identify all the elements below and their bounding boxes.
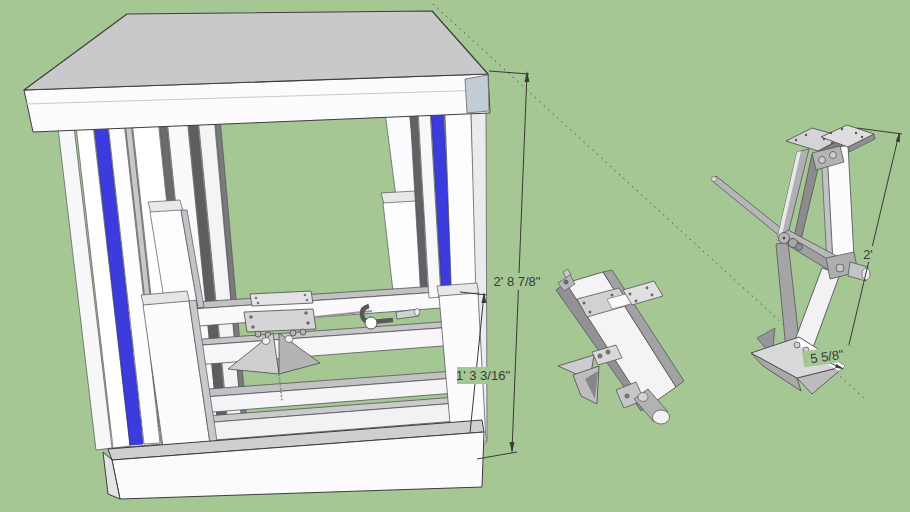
- dimension-label-base-height: 1' 3 3/16": [456, 368, 510, 383]
- model-viewport[interactable]: 2' 8 7/8" 1' 3 3/16" 2' 5 5/8": [0, 0, 910, 512]
- dimension-label-jack-height: 2': [863, 247, 873, 262]
- dimension-label-overall-height: 2' 8 7/8": [494, 274, 541, 289]
- 3d-scene: 2' 8 7/8" 1' 3 3/16" 2' 5 5/8": [0, 0, 910, 512]
- crank-socket: [653, 410, 670, 424]
- corner-panel: [465, 75, 489, 113]
